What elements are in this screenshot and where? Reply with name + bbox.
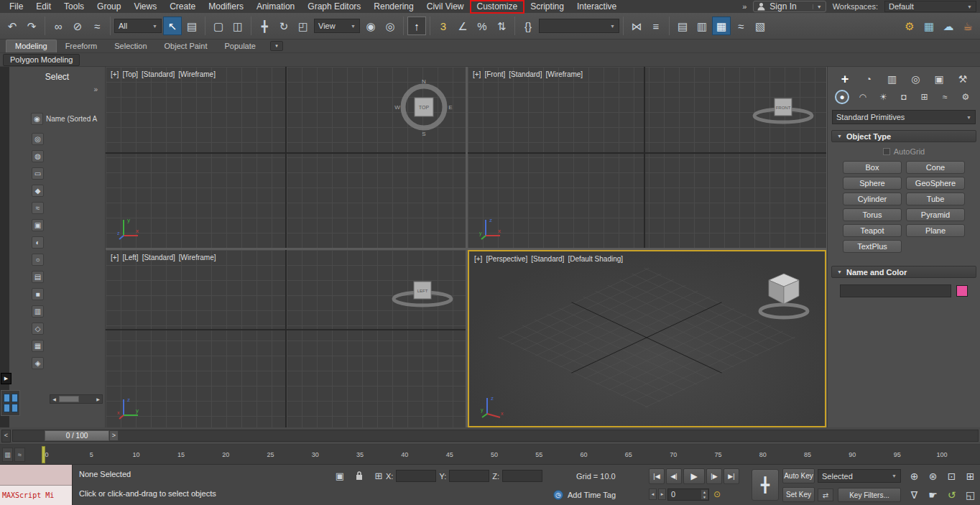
modify-tab[interactable]: ◔ xyxy=(860,71,877,87)
next-frame-button[interactable]: |▶ xyxy=(706,468,722,484)
viewcube[interactable] xyxy=(753,269,815,322)
viewport-menu-item[interactable]: [+] xyxy=(474,255,482,263)
snaps-toggle-button[interactable]: 3 xyxy=(434,17,453,35)
current-frame-field[interactable]: 0 ▲▼ xyxy=(667,488,709,501)
ribbon-tab-freeform[interactable]: Freeform xyxy=(57,40,106,52)
sign-in-dropdown-arrow[interactable]: ▼ xyxy=(813,4,822,9)
go-to-start-button[interactable]: |◀ xyxy=(649,468,665,484)
go-to-end-button[interactable]: ▶| xyxy=(724,468,739,484)
schematic-view-button[interactable]: ▧ xyxy=(751,17,769,35)
absolute-offset-toggle-icon[interactable]: ⊞ xyxy=(371,468,387,483)
name-color-rollout-header[interactable]: ▼ Name and Color xyxy=(831,266,976,278)
workspace-dropdown[interactable]: Default ▼ xyxy=(884,1,976,12)
object-button-cylinder[interactable]: Cylinder xyxy=(843,193,902,205)
y-coordinate-field[interactable] xyxy=(449,470,489,482)
viewport-menu-item[interactable]: [Wireframe] xyxy=(179,254,216,261)
previous-frame-button[interactable]: ◀| xyxy=(666,468,682,484)
menu-views[interactable]: Views xyxy=(127,1,163,13)
space-warps-tab[interactable]: ≈ xyxy=(938,90,952,104)
rectangular-selection-region-button[interactable]: ▢ xyxy=(209,17,228,35)
x-coordinate-field[interactable] xyxy=(396,470,436,482)
modeling-tool-11[interactable]: ▥ xyxy=(32,305,44,318)
menu-group[interactable]: Group xyxy=(91,1,127,13)
render-production-button[interactable]: ☕ xyxy=(958,17,977,35)
align-button[interactable]: ≡ xyxy=(647,17,665,35)
spinner-snap-button[interactable]: ⇅ xyxy=(492,17,511,35)
create-tab[interactable]: + xyxy=(836,71,854,87)
set-keys-button[interactable]: ╋ xyxy=(752,469,779,501)
modeling-tool-9[interactable]: ▤ xyxy=(32,271,44,283)
bind-to-space-warp-button[interactable]: ≈ xyxy=(88,17,106,35)
percent-snap-button[interactable]: % xyxy=(473,17,491,35)
reference-coordinate-system-dropdown[interactable]: View ▼ xyxy=(314,19,360,33)
ribbon-tab-modeling[interactable]: Modeling xyxy=(6,40,57,52)
name-sort-row[interactable]: ◉ Name (Sorted A xyxy=(31,113,103,125)
edit-named-selection-sets-button[interactable]: {} xyxy=(519,17,537,35)
key-mode-dropdown[interactable]: Selected ▼ xyxy=(818,469,901,483)
shapes-tab[interactable]: ◠ xyxy=(856,90,870,104)
systems-tab[interactable]: ⚙ xyxy=(958,90,973,104)
object-button-sphere[interactable]: Sphere xyxy=(843,177,902,190)
modeling-tool-14[interactable]: ◈ xyxy=(32,357,44,369)
modeling-tool-12[interactable]: ◇ xyxy=(32,323,44,335)
viewport-menu-item[interactable]: [+] xyxy=(111,254,119,261)
zoom-button[interactable]: ⊕ xyxy=(905,467,923,485)
ribbon-tab-populate[interactable]: Populate xyxy=(216,40,264,52)
viewport-front[interactable]: [+][Front][Standard][Wireframe] FRONT z … xyxy=(468,67,826,248)
lights-tab[interactable]: ☀ xyxy=(876,90,890,104)
modeling-tool-5[interactable]: ≈ xyxy=(32,202,44,214)
viewport-menu-item[interactable]: [Standard] xyxy=(142,254,175,261)
previous-key-arrow[interactable]: ◂ xyxy=(649,488,657,500)
select-and-rotate-button[interactable]: ↻ xyxy=(274,17,293,35)
utilities-tab[interactable]: ⚒ xyxy=(954,71,971,87)
key-filters-button[interactable]: Key Filters... xyxy=(838,488,901,502)
key-tangents-icon[interactable]: ⇄ xyxy=(818,488,833,501)
select-by-name-button[interactable]: ▤ xyxy=(182,17,201,35)
viewport-menu-item[interactable]: [Standard] xyxy=(531,255,564,263)
menu-interactive[interactable]: Interactive xyxy=(570,1,623,13)
time-slider-forward-button[interactable]: > xyxy=(109,430,119,441)
viewport-left[interactable]: [+][Left][Standard][Wireframe] LEFT z y … xyxy=(106,250,466,427)
ribbon-options-dropdown[interactable]: ▾ xyxy=(270,41,283,51)
toggle-scene-explorer-button[interactable]: ▤ xyxy=(673,17,692,35)
next-key-arrow[interactable]: ▸ xyxy=(658,488,666,500)
menu-edit[interactable]: Edit xyxy=(29,1,57,13)
viewport-menu-item[interactable]: [+] xyxy=(473,70,481,78)
select-and-manipulate-button[interactable]: ◎ xyxy=(381,17,399,35)
viewport-menu-item[interactable]: [Left] xyxy=(122,254,138,261)
key-mode-toggle-icon[interactable]: ⊙ xyxy=(711,488,724,501)
viewport-perspective[interactable]: [+][Perspective][Standard][Default Shadi… xyxy=(468,250,826,427)
maxscript-macro-field[interactable] xyxy=(0,465,72,486)
viewport-menu-item[interactable]: [Front] xyxy=(484,70,505,78)
menu-rendering[interactable]: Rendering xyxy=(367,1,420,13)
modeling-tool-7[interactable]: ◐ xyxy=(32,236,44,249)
cameras-tab[interactable]: ◘ xyxy=(897,90,911,104)
hierarchy-tab[interactable]: ▥ xyxy=(884,71,901,87)
menu-civil-view[interactable]: Civil View xyxy=(420,1,471,13)
angle-snap-button[interactable]: ∠ xyxy=(453,17,472,35)
left-view-gizmo[interactable]: LEFT xyxy=(388,270,457,312)
selection-lock-icon[interactable] xyxy=(351,468,367,483)
window-crossing-button[interactable]: ◫ xyxy=(228,17,247,35)
select-and-scale-button[interactable]: ◰ xyxy=(294,17,313,35)
menu-animation[interactable]: Animation xyxy=(250,1,301,13)
time-slider-track[interactable]: 0 / 100 > xyxy=(12,430,979,442)
viewport-menu-item[interactable]: [Perspective] xyxy=(486,255,527,263)
render-in-cloud-button[interactable]: ☁ xyxy=(939,17,958,35)
modeling-tool-13[interactable]: ▦ xyxy=(32,340,44,352)
object-button-geosphere[interactable]: GeoSphere xyxy=(906,177,965,190)
redo-button[interactable]: ↷ xyxy=(22,17,41,35)
display-tab[interactable]: ▣ xyxy=(930,71,948,87)
viewport-menu-item[interactable]: [Wireframe] xyxy=(545,70,583,78)
scroll-right-arrow[interactable]: ▶ xyxy=(94,395,102,403)
modeling-tool-10[interactable]: ■ xyxy=(32,288,44,300)
frame-spinner[interactable]: ▲▼ xyxy=(701,490,708,499)
set-key-button[interactable]: Set Key xyxy=(782,487,815,502)
object-color-swatch[interactable] xyxy=(956,285,968,297)
ribbon-tab-object-paint[interactable]: Object Paint xyxy=(156,40,216,52)
modeling-tool-1[interactable]: ◎ xyxy=(32,133,44,145)
menu-create[interactable]: Create xyxy=(163,1,202,13)
object-button-torus[interactable]: Torus xyxy=(843,208,902,221)
modeling-tool-2[interactable]: ◍ xyxy=(32,150,44,162)
render-setup-button[interactable]: ⚙ xyxy=(900,17,919,35)
